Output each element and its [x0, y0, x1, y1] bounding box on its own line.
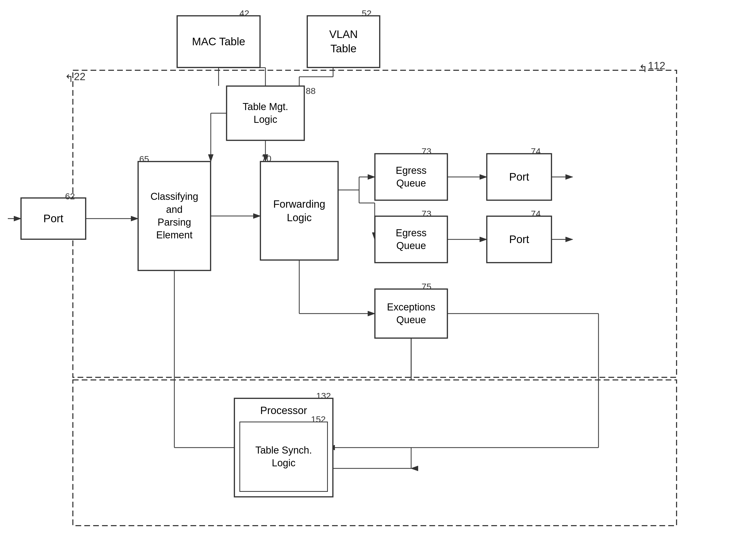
port1-block: Port [487, 154, 552, 200]
egress2-block: Egress Queue [375, 216, 448, 263]
table-mgt-block: Table Mgt. Logic [226, 86, 304, 140]
mac-table-ref: 42 [239, 8, 249, 19]
ref-112: 112 [648, 60, 666, 72]
classifying-ref: 65 [139, 154, 149, 164]
exceptions-ref: 75 [422, 282, 431, 292]
port-in-ref: 62 [65, 191, 75, 201]
egress2-ref: 73 [422, 209, 431, 219]
diagram-svg [0, 0, 745, 560]
processor-ref: 132 [316, 391, 331, 401]
vlan-table-ref: 52 [362, 8, 371, 19]
classifying-block: Classifying and Parsing Element [138, 161, 211, 271]
mac-table-block: MAC Table [177, 15, 260, 68]
port1-ref: 74 [531, 146, 541, 156]
table-mgt-ref: 88 [306, 86, 316, 96]
egress1-ref: 73 [422, 146, 431, 156]
port2-block: Port [487, 216, 552, 263]
ref-112-check: ↰ [639, 62, 648, 74]
exceptions-block: Exceptions Queue [375, 289, 448, 338]
ref-22-check: ↰ [65, 72, 74, 84]
table-synch-ref: 152 [311, 414, 326, 424]
vlan-table-block: VLAN Table [307, 15, 380, 68]
egress1-block: Egress Queue [375, 154, 448, 200]
svg-rect-3 [73, 380, 677, 526]
port-in-block: Port [21, 198, 86, 239]
table-synch-block: Table Synch. Logic [239, 422, 328, 492]
diagram: MAC Table 42 VLAN Table 52 Table Mgt. Lo… [0, 0, 745, 560]
port2-ref: 74 [531, 209, 541, 219]
forwarding-ref: 70 [261, 154, 271, 164]
ref-22: 22 [74, 71, 86, 83]
forwarding-block: Forwarding Logic [260, 161, 338, 260]
